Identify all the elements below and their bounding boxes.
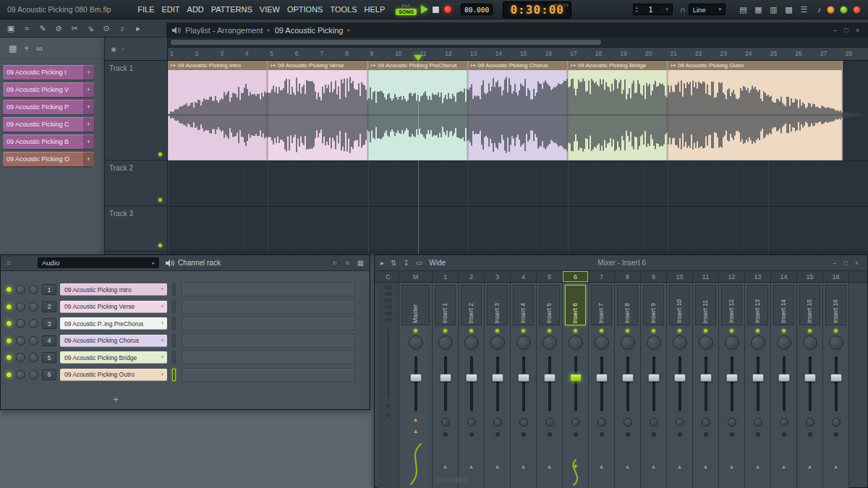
tempo-display[interactable]: 80.000: [461, 4, 493, 15]
channel-pan-knob[interactable]: [16, 319, 25, 328]
mute-tool-icon[interactable]: ⊘: [51, 21, 67, 35]
add-channel-button[interactable]: +: [111, 394, 121, 405]
channel-button[interactable]: 09 Acoustic Picking Bridge+: [60, 351, 167, 364]
route-arrow-icon[interactable]: ▲: [469, 464, 475, 470]
fader-handle[interactable]: [648, 374, 660, 382]
volume-fader[interactable]: [693, 356, 718, 411]
route-arrow-icon[interactable]: ▲: [443, 464, 448, 470]
route-arrow-icon[interactable]: ▲: [729, 464, 735, 470]
preview-tool-icon[interactable]: ♪: [114, 21, 130, 35]
channel-number[interactable]: 1: [42, 284, 56, 295]
strip-name-plate[interactable]: Insert 6: [565, 285, 586, 325]
mixer-strip-2[interactable]: Insert 2▲: [459, 283, 485, 488]
volume-fader[interactable]: [563, 356, 588, 411]
route-arrow-icon[interactable]: ▲: [625, 464, 631, 470]
fader-handle[interactable]: [674, 374, 686, 382]
playlist-clip[interactable]: ↦09 Acoustic Picking Outro: [668, 61, 843, 160]
playlist-toggle-icon[interactable]: ▤: [736, 3, 751, 16]
plugin-picker-icon[interactable]: ♪: [812, 3, 827, 16]
strip-name-plate[interactable]: Insert 7: [591, 285, 612, 325]
playlist-clip[interactable]: ↦09 Acoustic Picking Bridge: [568, 61, 668, 160]
draw-tool-icon[interactable]: ✎: [35, 21, 51, 35]
mixer-swap-icon[interactable]: ⇅: [391, 259, 396, 267]
stereo-sep-knob[interactable]: [545, 418, 554, 427]
pan-knob[interactable]: [777, 335, 791, 350]
strip-name-plate[interactable]: Insert 10: [669, 285, 690, 325]
play-button[interactable]: [421, 5, 428, 14]
volume-fader[interactable]: [823, 356, 848, 411]
route-arrow-icon[interactable]: ▲: [677, 464, 683, 470]
mixer-number-4[interactable]: 4: [511, 271, 537, 282]
mixer-header[interactable]: ▸⇅↧▭ Wide Mixer - Insert 6 – □ ×: [375, 255, 867, 271]
strip-name-plate[interactable]: Insert 5: [539, 285, 560, 325]
channel-enable-led[interactable]: [6, 320, 12, 327]
pattern-selector[interactable]: ▴▾ 1 +: [633, 4, 673, 15]
strip-name-plate[interactable]: Insert 3: [487, 285, 508, 325]
stereo-sep-knob[interactable]: [832, 418, 841, 427]
route-arrow-icon[interactable]: ▲: [781, 464, 787, 470]
fader-handle[interactable]: [830, 374, 842, 382]
menu-patterns[interactable]: PATTERNS: [208, 3, 256, 16]
fader-handle[interactable]: [622, 374, 634, 382]
channel-volume-knob[interactable]: [29, 336, 38, 346]
pattern-spinner-arrows[interactable]: ▴▾: [634, 6, 640, 13]
channel-volume-knob[interactable]: [29, 353, 38, 362]
close-circle-button[interactable]: [853, 6, 861, 14]
clip-header[interactable]: ↦09 Acoustic Picking Intro: [168, 61, 267, 70]
fader-handle[interactable]: [778, 374, 790, 382]
pan-knob[interactable]: [542, 335, 557, 350]
mixer-strip-5[interactable]: Insert 5▲: [537, 283, 563, 488]
channel-rack-header[interactable]: ≡ Audio ▸ Channel rack ≈ ▦: [1, 255, 370, 271]
fader-handle[interactable]: [570, 374, 582, 382]
volume-fader[interactable]: [511, 356, 536, 411]
stereo-sep-knob[interactable]: [676, 418, 684, 427]
volume-fader[interactable]: [399, 356, 432, 411]
snap-dropdown[interactable]: Line ▾: [689, 4, 726, 15]
volume-fader[interactable]: [797, 356, 822, 411]
mixer-play-icon[interactable]: ▸: [380, 259, 384, 267]
track-visibility-icon[interactable]: ◉: [111, 46, 116, 53]
mixer-number-15[interactable]: 15: [797, 271, 823, 282]
master-arm-icon[interactable]: ▲: [413, 417, 419, 423]
strip-name-plate[interactable]: Insert 15: [799, 285, 820, 325]
pattern-drag-handle[interactable]: +: [83, 82, 94, 97]
track-mute-led[interactable]: [158, 198, 162, 202]
channel-enable-led[interactable]: [6, 304, 12, 310]
mixer-strip-14[interactable]: Insert 14▲: [771, 283, 797, 488]
minimize-circle-button[interactable]: [827, 6, 835, 14]
mixer-h-scrollbar[interactable]: [435, 478, 469, 482]
select-tool-icon[interactable]: ▣: [3, 21, 19, 35]
mixer-strip-16[interactable]: Insert 16▲: [823, 283, 849, 488]
route-arrow-icon[interactable]: ▲: [703, 464, 709, 470]
channel-rack-toggle-icon[interactable]: ▥: [766, 3, 781, 16]
pattern-drag-handle[interactable]: +: [83, 65, 94, 80]
mixer-strip-10[interactable]: Insert 10▲: [667, 283, 693, 488]
stereo-sep-knob[interactable]: [650, 418, 658, 427]
channel-number[interactable]: 4: [42, 335, 56, 346]
pan-knob[interactable]: [725, 335, 739, 350]
menu-file[interactable]: FILE: [134, 3, 158, 16]
stop-button[interactable]: [433, 7, 439, 13]
mixer-number-11[interactable]: 11: [693, 271, 719, 282]
close-icon[interactable]: ×: [855, 260, 859, 267]
mixer-strip-13[interactable]: Insert 13▲: [745, 283, 771, 488]
menu-tools[interactable]: TOOLS: [326, 3, 360, 16]
mixer-number-10[interactable]: 10: [667, 271, 693, 282]
mixer-strip-4[interactable]: Insert 4▲: [511, 283, 537, 488]
channel-select-indicator[interactable]: [172, 283, 176, 296]
channel-button[interactable]: 09 Acoustic Picking Verse+: [60, 301, 167, 313]
playlist-grid[interactable]: ↦09 Acoustic Picking Intro↦09 Acoustic P…: [168, 61, 868, 254]
menu-add[interactable]: ADD: [184, 3, 208, 16]
track-header-1[interactable]: Track 1: [105, 61, 167, 160]
mixer-number-3[interactable]: 3: [485, 271, 511, 282]
playlist-clip[interactable]: ↦09 Acoustic Picking Chorus: [468, 61, 568, 160]
add-pattern-button[interactable]: +: [662, 6, 672, 13]
move-mode-icon[interactable]: +: [24, 43, 29, 53]
pat-song-switch[interactable]: PAT SONG: [396, 4, 417, 15]
track-mute-led[interactable]: [158, 244, 162, 247]
channel-steps-area[interactable]: [182, 351, 355, 364]
strip-name-plate[interactable]: Master: [401, 285, 430, 325]
route-arrow-icon[interactable]: ▲: [495, 464, 501, 470]
volume-fader[interactable]: [745, 356, 770, 411]
menu-options[interactable]: OPTIONS: [284, 3, 327, 16]
